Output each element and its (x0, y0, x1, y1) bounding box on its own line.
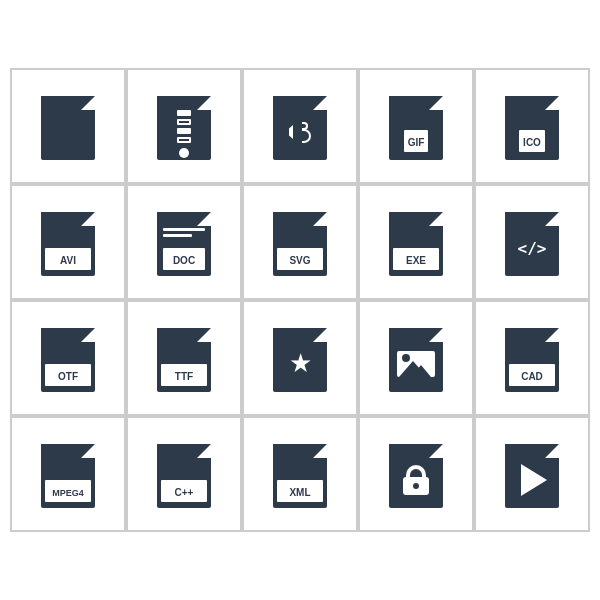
play-triangle-icon (521, 464, 547, 496)
play-file-icon[interactable] (476, 418, 588, 530)
mpeg4-file-icon[interactable]: MPEG4 (12, 418, 124, 530)
star-file-icon[interactable]: ★ (244, 302, 356, 414)
cad-label: CAD (521, 371, 543, 382)
zip-file-icon[interactable] (128, 70, 240, 182)
plain-file-icon[interactable] (12, 70, 124, 182)
svg-file-icon[interactable]: SVG (244, 186, 356, 298)
exe-file-icon[interactable]: EXE (360, 186, 472, 298)
otf-file-icon[interactable]: OTF (12, 302, 124, 414)
code-label: </> (518, 239, 547, 258)
image-file-icon[interactable] (360, 302, 472, 414)
xml-file-icon[interactable]: XML (244, 418, 356, 530)
icon-grid: GIF ICO AVI (10, 68, 590, 532)
lock-body-icon (403, 477, 429, 495)
star-icon: ★ (289, 351, 312, 377)
lock-file-icon[interactable] (360, 418, 472, 530)
gif-file-icon[interactable]: GIF (360, 70, 472, 182)
cpp-file-icon[interactable]: C++ (128, 418, 240, 530)
code-file-icon[interactable]: </> (476, 186, 588, 298)
cad-file-icon[interactable]: CAD (476, 302, 588, 414)
ttf-file-icon[interactable]: TTF (128, 302, 240, 414)
ico-file-icon[interactable]: ICO (476, 70, 588, 182)
avi-file-icon[interactable]: AVI (12, 186, 124, 298)
sound-file-icon[interactable] (244, 70, 356, 182)
doc-file-icon[interactable]: DOC (128, 186, 240, 298)
lock-shackle-icon (406, 465, 426, 477)
